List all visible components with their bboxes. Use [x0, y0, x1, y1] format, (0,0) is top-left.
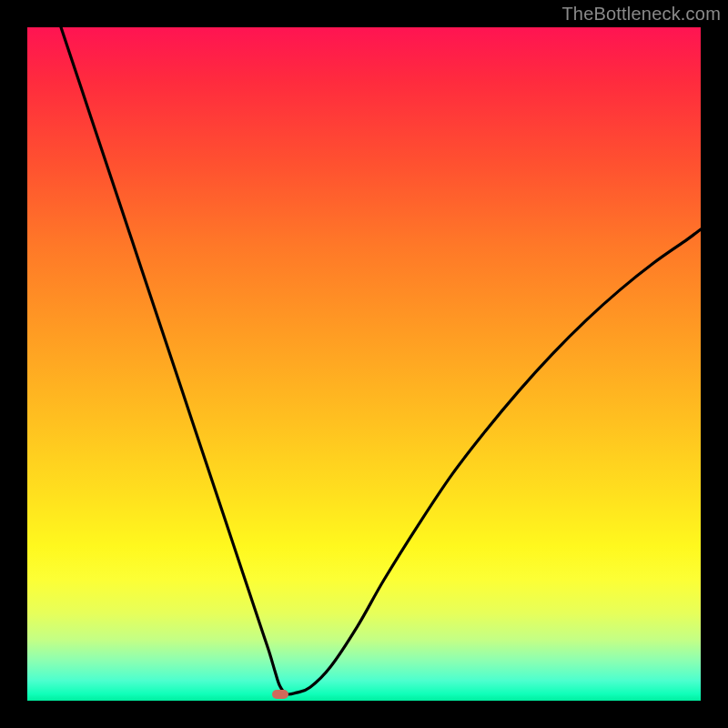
min-marker [272, 690, 288, 699]
plot-area [27, 27, 701, 701]
watermark-text: TheBottleneck.com [561, 4, 721, 25]
bottleneck-curve [27, 27, 701, 701]
chart-frame: TheBottleneck.com [0, 0, 728, 728]
curve-path [61, 27, 701, 694]
